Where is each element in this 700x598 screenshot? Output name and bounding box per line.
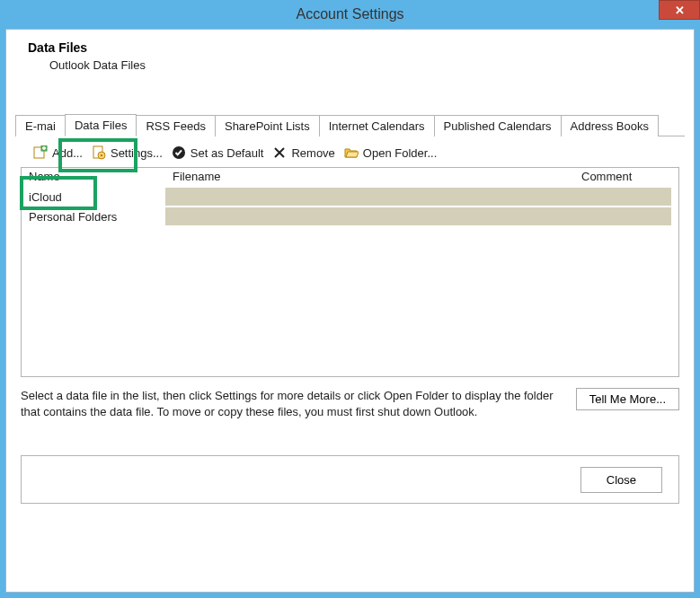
close-button[interactable]: Close [580,467,662,493]
page-title: Data Files [28,40,685,55]
open-folder-button[interactable]: Open Folder... [344,145,437,160]
col-comment-header[interactable]: Comment [581,170,671,183]
bottom-bar: Close [21,455,679,504]
remove-x-icon [272,145,287,160]
tabstrip: E-mai Data Files RSS Feeds SharePoint Li… [15,113,685,136]
tab-internet-calendars[interactable]: Internet Calendars [319,115,435,136]
tab-data-files[interactable]: Data Files [65,114,137,136]
settings-label: Settings... [111,146,163,160]
row-name: iCloud [29,190,165,204]
open-folder-label: Open Folder... [363,146,437,160]
help-text: Select a data file in the list, then cli… [21,388,565,419]
page-header: Data Files Outlook Data Files [15,40,685,72]
folder-open-icon [344,145,359,160]
window-close-button[interactable]: ✕ [659,0,700,20]
col-name-header[interactable]: Name [29,170,173,183]
col-filename-header[interactable]: Filename [173,170,581,183]
help-row: Select a data file in the list, then cli… [21,388,679,419]
window-body: Data Files Outlook Data Files E-mai Data… [5,29,695,593]
list-rows: iCloud Personal Folders [22,187,678,226]
close-icon: ✕ [675,4,685,17]
remove-label: Remove [291,146,334,160]
titlebar: Account Settings ✕ [0,0,700,29]
add-label: Add... [52,146,83,160]
row-filename [165,207,671,225]
list-header: Name Filename Comment [22,168,678,187]
tab-sharepoint-lists[interactable]: SharePoint Lists [215,115,320,136]
remove-button[interactable]: Remove [272,145,334,160]
set-default-button[interactable]: Set as Default [172,145,264,160]
tab-address-books[interactable]: Address Books [561,115,659,136]
tab-rss-feeds[interactable]: RSS Feeds [136,115,215,136]
page-subtitle: Outlook Data Files [49,58,685,72]
table-row[interactable]: Personal Folders [29,207,671,226]
toolbar: Add... Settings... Set as Default Remove… [15,136,685,167]
window-title: Account Settings [296,6,403,22]
set-default-label: Set as Default [191,146,264,160]
settings-button[interactable]: Settings... [92,145,163,160]
row-filename [165,188,671,206]
row-name: Personal Folders [29,210,165,224]
svg-point-4 [101,154,103,157]
check-circle-icon [172,145,186,160]
tab-published-calendars[interactable]: Published Calendars [434,115,562,136]
tab-email[interactable]: E-mai [15,115,66,136]
data-file-list: Name Filename Comment iCloud Personal Fo… [21,167,679,377]
add-button[interactable]: Add... [33,145,83,160]
tell-me-more-button[interactable]: Tell Me More... [576,388,679,410]
table-row[interactable]: iCloud [29,187,671,207]
settings-file-icon [92,145,106,160]
add-file-icon [33,145,48,160]
